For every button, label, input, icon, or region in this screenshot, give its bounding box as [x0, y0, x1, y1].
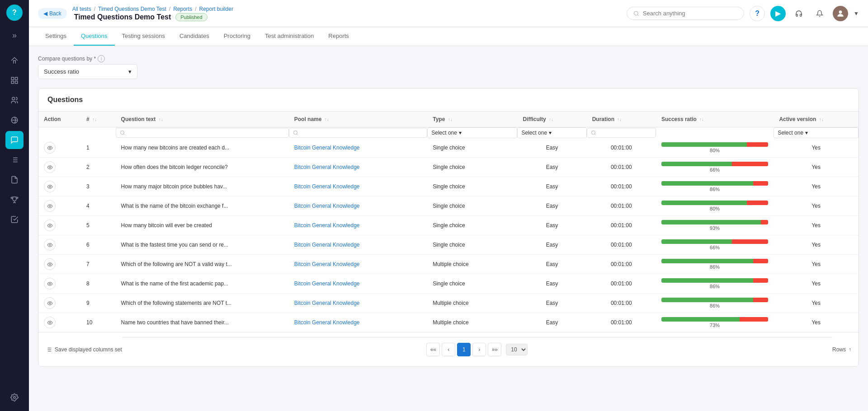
back-arrow-icon: ◀	[43, 10, 47, 17]
sidebar-item-list[interactable]	[5, 151, 24, 169]
avatar[interactable]	[833, 6, 848, 21]
next-page-button[interactable]: ›	[472, 343, 486, 356]
svg-point-20	[49, 166, 50, 168]
view-icon[interactable]	[44, 239, 56, 251]
sidebar-item-dashboard[interactable]	[5, 71, 24, 89]
sidebar-item-globe[interactable]	[5, 111, 24, 129]
questions-table: Action # ↑↓ Question text ↑↓ Pool name ↑…	[38, 112, 859, 332]
sort-dur-icon[interactable]: ↑↓	[617, 117, 622, 122]
rows-per-page-select[interactable]: 10 20 50	[506, 344, 528, 355]
sidebar-expand[interactable]: »	[5, 26, 24, 44]
pool-link[interactable]: Bitcoin General Knowledge	[294, 222, 360, 229]
breadcrumb: All tests / Timed Questions Demo Test / …	[72, 6, 233, 12]
sidebar-item-messages[interactable]	[5, 131, 24, 149]
tab-settings[interactable]: Settings	[38, 27, 74, 46]
last-page-button[interactable]: »»	[488, 343, 501, 356]
view-icon[interactable]	[44, 317, 56, 328]
view-icon[interactable]	[44, 258, 56, 270]
pool-link[interactable]: Bitcoin General Knowledge	[294, 145, 360, 151]
success-ratio-bar: 80%	[661, 201, 769, 211]
view-icon[interactable]	[44, 181, 56, 192]
sidebar-item-check[interactable]	[5, 210, 24, 229]
success-ratio-bar: 66%	[661, 162, 769, 173]
pool-search[interactable]	[289, 128, 427, 138]
table-body: 1 How many new bitcoins are created each…	[38, 138, 859, 332]
table-row: 2 How often does the bitcoin ledger reco…	[38, 158, 859, 177]
sidebar-item-trophy[interactable]	[5, 191, 24, 209]
headset-icon[interactable]	[791, 6, 807, 21]
qtext-search[interactable]	[116, 128, 289, 138]
rows-up-icon[interactable]: ↑	[849, 346, 851, 353]
back-button[interactable]: ◀ Back	[38, 8, 67, 19]
sort-diff-icon[interactable]: ↑↓	[549, 117, 553, 122]
search-box[interactable]	[627, 7, 744, 20]
pool-link[interactable]: Bitcoin General Knowledge	[294, 319, 360, 326]
dur-search[interactable]	[587, 128, 656, 138]
breadcrumb-all-tests[interactable]: All tests	[72, 6, 91, 12]
av-filter-select[interactable]: Select one ▾	[774, 127, 859, 138]
col-difficulty: Difficulty ↑↓	[517, 112, 586, 127]
pool-link[interactable]: Bitcoin General Knowledge	[294, 300, 360, 306]
sidebar-item-settings[interactable]	[5, 388, 24, 406]
sort-pool-icon[interactable]: ↑↓	[325, 117, 329, 122]
table-row: 8 What is the name of the first academic…	[38, 274, 859, 294]
avatar-chevron[interactable]: ▼	[854, 10, 859, 17]
pool-link[interactable]: Bitcoin General Knowledge	[294, 183, 360, 190]
pool-link[interactable]: Bitcoin General Knowledge	[294, 261, 360, 267]
current-page-button[interactable]: 1	[457, 343, 471, 356]
help-icon[interactable]: ?	[750, 6, 765, 21]
view-icon[interactable]	[44, 220, 56, 231]
col-active-version: Active version ↑↓	[774, 112, 859, 127]
tab-reports[interactable]: Reports	[321, 27, 356, 46]
sort-num-icon[interactable]: ↑↓	[92, 117, 97, 122]
filter-select[interactable]: Success ratio ▾	[38, 64, 137, 79]
svg-point-25	[49, 263, 50, 265]
breadcrumb-test[interactable]: Timed Questions Demo Test	[98, 6, 166, 12]
svg-point-21	[49, 186, 50, 187]
col-type: Type ↑↓	[427, 112, 517, 127]
view-icon[interactable]	[44, 161, 56, 173]
col-duration: Duration ↑↓	[587, 112, 656, 127]
table-row: 3 How many major bitcoin price bubbles h…	[38, 177, 859, 196]
info-icon[interactable]: i	[98, 55, 105, 62]
prev-page-button[interactable]: ‹	[442, 343, 455, 356]
search-input[interactable]	[643, 10, 737, 17]
first-page-button[interactable]: ««	[426, 343, 440, 356]
table-row: 5 How many bitcoin will ever be created …	[38, 216, 859, 235]
dur-search-icon	[591, 130, 596, 135]
pool-link[interactable]: Bitcoin General Knowledge	[294, 280, 360, 287]
save-columns-button[interactable]: Save displayed columns set	[46, 346, 122, 353]
tab-test-administration[interactable]: Test administration	[258, 27, 321, 46]
tab-proctoring[interactable]: Proctoring	[217, 27, 258, 46]
tab-candidates[interactable]: Candidates	[172, 27, 217, 46]
view-icon[interactable]	[44, 200, 56, 212]
view-icon[interactable]	[44, 297, 56, 309]
svg-rect-2	[11, 81, 14, 84]
pool-link[interactable]: Bitcoin General Knowledge	[294, 242, 360, 248]
view-icon[interactable]	[44, 278, 56, 290]
pool-link[interactable]: Bitcoin General Knowledge	[294, 203, 360, 209]
breadcrumb-report-builder[interactable]: Report builder	[199, 6, 233, 12]
sort-qtext-icon[interactable]: ↑↓	[159, 117, 163, 122]
table-row: 6 What is the fastest time you can send …	[38, 235, 859, 255]
col-success-ratio: Success ratio ↑↓	[656, 112, 774, 127]
type-filter-select[interactable]: Select one ▾	[427, 127, 517, 138]
sort-av-icon[interactable]: ↑↓	[819, 117, 824, 122]
pagination-footer: Save displayed columns set «« ‹ 1 › »» 1…	[38, 332, 859, 366]
pool-link[interactable]: Bitcoin General Knowledge	[294, 164, 360, 170]
breadcrumb-reports[interactable]: Reports	[173, 6, 192, 12]
diff-filter-select[interactable]: Select one ▾	[517, 127, 586, 138]
sidebar-item-users[interactable]	[5, 91, 24, 109]
play-button[interactable]: ▶	[770, 6, 786, 21]
tab-questions[interactable]: Questions	[74, 27, 115, 46]
bell-icon[interactable]	[812, 6, 827, 21]
tab-testing-sessions[interactable]: Testing sessions	[115, 27, 172, 46]
sidebar-item-doc[interactable]	[5, 171, 24, 189]
sort-sr-icon[interactable]: ↑↓	[699, 117, 704, 122]
success-ratio-bar: 73%	[661, 317, 769, 328]
table-row: 9 Which of the following statements are …	[38, 294, 859, 313]
col-pool: Pool name ↑↓	[289, 112, 427, 127]
sort-type-icon[interactable]: ↑↓	[448, 117, 453, 122]
view-icon[interactable]	[44, 142, 56, 154]
sidebar-item-home[interactable]	[5, 51, 24, 70]
